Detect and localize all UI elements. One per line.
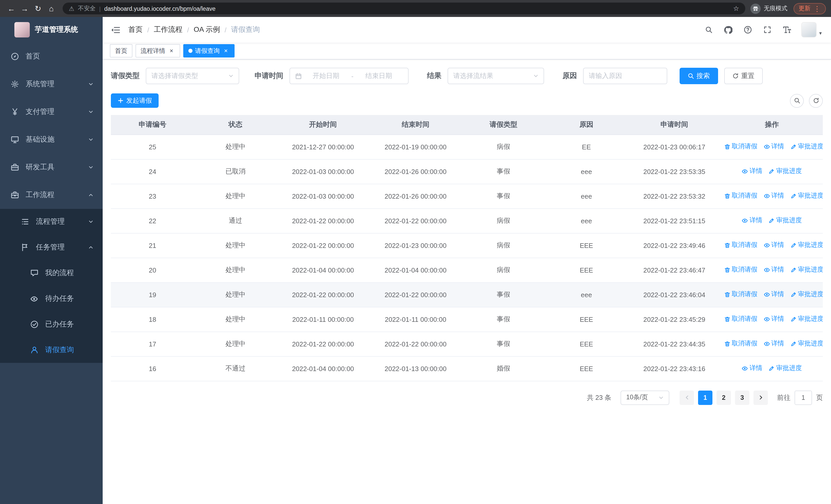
cancel-leave-link[interactable]: 取消请假 bbox=[724, 339, 757, 348]
chevron-down-icon bbox=[88, 109, 93, 114]
apply-time-cell: 2022-01-23 00:06:17 bbox=[628, 135, 721, 159]
page-size-value: 10条/页 bbox=[626, 393, 648, 402]
sidebar-item-task-mgmt[interactable]: 任务管理 bbox=[0, 235, 103, 260]
detail-link[interactable]: 详情 bbox=[742, 167, 763, 176]
breadcrumb-item[interactable]: OA 示例 bbox=[194, 25, 220, 34]
apply-time-range[interactable]: 开始日期 - 结束日期 bbox=[289, 68, 408, 84]
search-icon[interactable] bbox=[704, 25, 714, 35]
result-select[interactable]: 请选择流结果 bbox=[448, 68, 544, 84]
detail-link[interactable]: 详情 bbox=[764, 315, 784, 324]
tab-home[interactable]: 首页 bbox=[110, 44, 133, 58]
end-date-placeholder: 结束日期 bbox=[354, 71, 403, 81]
page-size-select[interactable]: 10条/页 bbox=[621, 390, 669, 405]
sidebar-item-payment-mgmt[interactable]: 支付管理 bbox=[0, 98, 103, 126]
cancel-leave-link[interactable]: 取消请假 bbox=[724, 315, 757, 324]
back-button[interactable]: ← bbox=[5, 2, 18, 14]
url-text[interactable]: dashboard.yudao.iocoder.cn/bpm/oa/leave bbox=[104, 5, 729, 11]
tab-close-icon[interactable]: × bbox=[222, 47, 229, 54]
table-row: 23处理中2022-01-03 00:00:002022-01-26 00:00… bbox=[111, 184, 823, 208]
detail-link[interactable]: 详情 bbox=[764, 290, 784, 299]
toggle-search-button[interactable] bbox=[790, 94, 804, 108]
fontsize-icon[interactable] bbox=[782, 25, 792, 35]
approval-progress-link[interactable]: 审批进度 bbox=[790, 241, 823, 250]
sidebar-item-done-tasks[interactable]: 已办任务 bbox=[0, 312, 103, 337]
reload-button[interactable]: ↻ bbox=[32, 2, 44, 14]
status-cell: 处理中 bbox=[194, 258, 277, 282]
tab-process-detail[interactable]: 流程详情× bbox=[136, 44, 180, 58]
start-time-cell: 2022-01-22 00:00:00 bbox=[277, 282, 369, 307]
approval-progress-link[interactable]: 审批进度 bbox=[790, 290, 823, 299]
cancel-leave-link[interactable]: 取消请假 bbox=[724, 192, 757, 200]
reason-input[interactable]: 请输入原因 bbox=[583, 68, 667, 84]
reset-button[interactable]: 重置 bbox=[724, 68, 763, 84]
detail-link[interactable]: 详情 bbox=[764, 241, 784, 250]
sidebar-item-infrastructure[interactable]: 基础设施 bbox=[0, 126, 103, 153]
tab-leave-query[interactable]: 请假查询× bbox=[183, 44, 235, 58]
end-time-cell: 2022-01-26 00:00:00 bbox=[369, 159, 462, 184]
next-page-button[interactable] bbox=[753, 390, 768, 405]
approval-progress-link[interactable]: 审批进度 bbox=[769, 216, 802, 225]
sidebar-item-my-processes[interactable]: 我的流程 bbox=[0, 260, 103, 286]
tab-close-icon[interactable]: × bbox=[168, 47, 175, 54]
approval-progress-link[interactable]: 审批进度 bbox=[769, 364, 802, 373]
bookmark-star-icon[interactable]: ☆ bbox=[733, 5, 739, 12]
chevron-down-icon bbox=[88, 82, 93, 87]
page-button-2[interactable]: 2 bbox=[717, 390, 731, 405]
cancel-leave-link[interactable]: 取消请假 bbox=[724, 290, 757, 299]
status-cell: 处理中 bbox=[194, 331, 277, 356]
approval-progress-link[interactable]: 审批进度 bbox=[790, 142, 823, 151]
approval-progress-link[interactable]: 审批进度 bbox=[790, 266, 823, 274]
detail-link[interactable]: 详情 bbox=[742, 364, 763, 373]
not-secure-label[interactable]: 不安全 bbox=[78, 5, 96, 12]
github-icon[interactable] bbox=[723, 25, 734, 35]
refresh-table-button[interactable] bbox=[809, 94, 823, 108]
app-logo[interactable]: 芋道管理系统 bbox=[0, 17, 103, 42]
sidebar-item-home[interactable]: 首页 bbox=[0, 42, 103, 70]
cancel-leave-link[interactable]: 取消请假 bbox=[724, 142, 757, 151]
end-time-cell: 2022-01-19 00:00:00 bbox=[369, 135, 462, 159]
start-date-placeholder: 开始日期 bbox=[302, 71, 350, 81]
home-button[interactable]: ⌂ bbox=[45, 2, 57, 14]
prev-page-button[interactable] bbox=[680, 390, 694, 405]
question-icon[interactable] bbox=[743, 25, 753, 35]
forward-button[interactable]: → bbox=[19, 2, 31, 14]
hamburger-icon[interactable] bbox=[103, 17, 128, 42]
leave-type-select[interactable]: 请选择请假类型 bbox=[146, 68, 239, 84]
sidebar-item-system-mgmt[interactable]: 系统管理 bbox=[0, 70, 103, 98]
avatar[interactable] bbox=[801, 22, 816, 37]
browser-menu-icon[interactable]: ⋮ bbox=[813, 4, 821, 12]
detail-link[interactable]: 详情 bbox=[764, 192, 784, 200]
sidebar-item-process-mgmt[interactable]: 流程管理 bbox=[0, 209, 103, 235]
breadcrumb-item[interactable]: 首页 bbox=[128, 25, 143, 34]
reason-cell: EEE bbox=[545, 258, 628, 282]
search-icon bbox=[794, 97, 800, 104]
apply-time-cell: 2022-01-22 23:53:32 bbox=[628, 184, 721, 208]
approval-progress-link[interactable]: 审批进度 bbox=[790, 339, 823, 348]
cancel-leave-link[interactable]: 取消请假 bbox=[724, 266, 757, 274]
approval-progress-link[interactable]: 审批进度 bbox=[790, 192, 823, 200]
cancel-leave-link[interactable]: 取消请假 bbox=[724, 241, 757, 250]
user-menu[interactable]: ▾ bbox=[801, 22, 822, 37]
search-button[interactable]: 搜索 bbox=[680, 68, 718, 84]
approval-progress-link[interactable]: 审批进度 bbox=[790, 315, 823, 324]
detail-link[interactable]: 详情 bbox=[764, 142, 784, 151]
detail-link[interactable]: 详情 bbox=[764, 266, 784, 274]
update-button[interactable]: 更新 ⋮ bbox=[794, 3, 826, 14]
goto-page-input[interactable]: 1 bbox=[795, 390, 812, 405]
page-button-3[interactable]: 3 bbox=[735, 390, 749, 405]
leave-type-cell: 病假 bbox=[462, 135, 545, 159]
sidebar-item-workflow[interactable]: 工作流程 bbox=[0, 181, 103, 209]
create-leave-button[interactable]: 发起请假 bbox=[111, 93, 159, 108]
fullscreen-icon[interactable] bbox=[762, 25, 773, 35]
breadcrumb-item[interactable]: 工作流程 bbox=[154, 25, 182, 34]
status-cell: 处理中 bbox=[194, 184, 277, 208]
column-header: 开始时间 bbox=[277, 115, 369, 135]
address-bar[interactable]: ⚠ 不安全 | dashboard.yudao.iocoder.cn/bpm/o… bbox=[63, 3, 745, 14]
page-button-1[interactable]: 1 bbox=[698, 390, 712, 405]
sidebar-item-dev-tools[interactable]: 研发工具 bbox=[0, 153, 103, 181]
sidebar-item-todo-tasks[interactable]: 待办任务 bbox=[0, 286, 103, 312]
approval-progress-link[interactable]: 审批进度 bbox=[769, 167, 802, 176]
detail-link[interactable]: 详情 bbox=[742, 216, 763, 225]
detail-link[interactable]: 详情 bbox=[764, 339, 784, 348]
sidebar-item-leave-query[interactable]: 请假查询 bbox=[0, 337, 103, 363]
